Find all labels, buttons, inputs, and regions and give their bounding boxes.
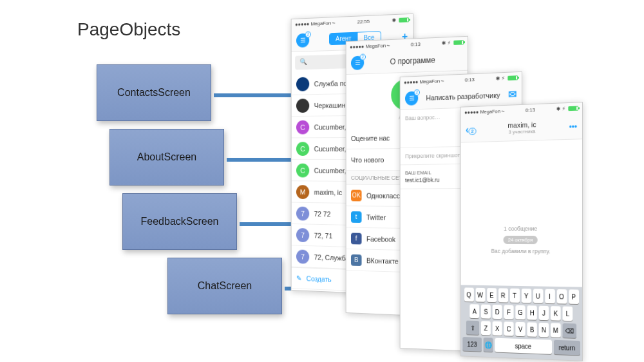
contact-label: Служба по — [314, 79, 347, 88]
avatar: C — [296, 163, 309, 177]
page-title: PageObjects — [77, 19, 180, 40]
key[interactable]: T — [509, 289, 519, 303]
social-label: ВКонтакте — [366, 256, 399, 265]
key[interactable]: I — [545, 289, 555, 304]
key-globe[interactable]: 🌐 — [484, 338, 493, 352]
key[interactable]: V — [515, 322, 525, 336]
key[interactable]: Y — [521, 289, 531, 303]
social-label: Twitter — [366, 213, 386, 221]
key[interactable]: F — [504, 305, 513, 319]
arrow-contacts — [214, 93, 298, 97]
avatar — [296, 77, 309, 91]
contact-label: Cucumber, — [314, 145, 346, 153]
contact-label: Черкашин — [314, 101, 346, 110]
avatar: C — [296, 142, 309, 156]
date-pill: 24 октября — [503, 236, 538, 244]
key[interactable]: X — [493, 321, 502, 336]
chats-badge-icon[interactable]: ☰2 — [296, 33, 309, 47]
avatar: 7 — [296, 206, 309, 220]
key[interactable]: R — [498, 288, 508, 302]
chat-header: ‹2 maxim, ic 3 участника ••• — [461, 113, 582, 142]
social-icon: f — [351, 233, 362, 244]
key[interactable]: M — [551, 323, 561, 338]
key[interactable]: Z — [481, 321, 491, 335]
po-contacts: ContactsScreen — [97, 64, 211, 121]
avatar: 7 — [296, 228, 309, 242]
chat-settings-icon[interactable]: ••• — [569, 121, 577, 131]
contact-label: 72, Служба — [314, 253, 349, 262]
chats-badge-icon[interactable]: ☰2 — [405, 91, 418, 105]
about-title: О программе — [390, 55, 435, 66]
key[interactable]: L — [563, 307, 573, 321]
phone-chat: ●●●●● MegaFon ⏦ 0:13 ✱ ⚡︎ ‹2 maxim, ic 3… — [460, 102, 583, 361]
social-icon: B — [351, 254, 362, 265]
key[interactable]: P — [569, 289, 579, 304]
po-chat: ChatScreen — [167, 258, 282, 314]
key[interactable]: ⇧ — [466, 321, 479, 335]
contact-label: 72 72 — [314, 209, 331, 217]
key[interactable]: S — [481, 305, 491, 319]
key-123[interactable]: 123 — [462, 337, 482, 352]
chat-subtitle: 3 участника — [507, 128, 536, 135]
key[interactable]: N — [539, 323, 549, 338]
key[interactable]: A — [469, 304, 479, 318]
key[interactable]: D — [493, 305, 502, 319]
po-feedback: FeedbackScreen — [122, 193, 237, 250]
po-about: AboutScreen — [109, 129, 224, 186]
key[interactable]: O — [556, 289, 567, 304]
key[interactable]: E — [487, 288, 497, 302]
key[interactable]: W — [475, 288, 485, 302]
feedback-title: Написать разработчику — [426, 91, 500, 101]
contact-label: Cucumber, — [314, 123, 346, 131]
send-icon[interactable]: ✉ — [508, 88, 516, 101]
chats-badge-icon[interactable]: ☰2 — [351, 55, 364, 70]
key[interactable]: U — [533, 289, 543, 303]
back-icon[interactable]: ‹2 — [466, 124, 476, 135]
contact-label: Cucumber, — [314, 166, 346, 174]
avatar — [296, 99, 309, 113]
avatar: 7 — [296, 249, 309, 263]
contact-label: 72, 71 — [314, 231, 333, 240]
social-icon: OK — [351, 189, 362, 201]
key-space[interactable]: space — [495, 338, 552, 354]
key[interactable]: B — [527, 322, 536, 337]
contact-label: maxim, ic — [314, 188, 343, 196]
about-header: ☰2 О программе — [346, 47, 468, 75]
key[interactable]: Q — [464, 287, 474, 301]
key-return[interactable]: return — [554, 340, 580, 356]
social-label: Facebook — [366, 234, 395, 243]
key[interactable]: K — [551, 306, 561, 321]
keyboard[interactable]: QWERTYUIOPASDFGHJKL⇧ZXCVBNM⌫ 123 🌐 space… — [461, 285, 582, 360]
key[interactable]: ⌫ — [563, 323, 577, 338]
avatar: C — [296, 120, 309, 134]
key[interactable]: C — [504, 321, 513, 336]
social-icon: t — [351, 211, 362, 223]
key[interactable]: H — [527, 305, 536, 319]
key[interactable]: G — [515, 305, 525, 319]
key[interactable]: J — [539, 306, 549, 321]
avatar: M — [296, 185, 309, 199]
